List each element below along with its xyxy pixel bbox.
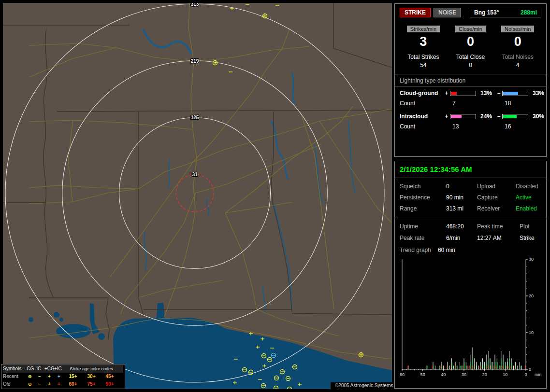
strikes-per-min-chip[interactable]: Strikes/min [407, 26, 440, 32]
receiver-status: Enabled [516, 205, 541, 212]
strike-stats-panel: STRIKE NOISE Bng 153° 288mi Strikes/min … [394, 3, 547, 157]
close-per-min-chip[interactable]: Close/min [455, 26, 486, 32]
total-strikes-value: 54 [400, 62, 447, 69]
legend-symbol: + [44, 373, 54, 380]
legend-age-code: 30+ [82, 373, 101, 380]
peak-rate-label: Peak rate [400, 235, 446, 241]
status-panel: 2/1/2026 12:34:56 AM Squelch 0 Upload Di… [394, 161, 547, 389]
bearing-display: Bng 153° 288mi [470, 8, 541, 17]
legend-row-label: Old [3, 380, 25, 388]
legend-symbol: + [54, 373, 64, 380]
cg-neg-pct: 33% [530, 90, 546, 97]
legend-age-code: 75+ [82, 380, 101, 388]
plot-label: Plot [520, 223, 541, 230]
ic-neg-count: 16 [502, 123, 530, 130]
cloud-ground-count-row: Count 7 18 [400, 100, 541, 107]
trend-chart: 01020306050403020100min [397, 254, 544, 383]
squelch-value: 0 [446, 183, 477, 190]
strike-button[interactable]: STRIKE [400, 8, 431, 17]
ic-neg-pct: 30% [530, 113, 546, 120]
lightning-map[interactable]: 31321912531 [3, 3, 392, 389]
legend-row-label: Recent [3, 373, 25, 380]
legend-age-code: 60+ [64, 380, 82, 388]
trend-graph-label: Trend graph [400, 247, 431, 253]
legend-symbol: + [54, 380, 64, 388]
cg-neg-count: 18 [502, 100, 530, 107]
legend-age-code: 45+ [101, 373, 119, 380]
datetime-display: 2/1/2026 12:34:56 AM [395, 161, 546, 178]
distribution-title: Lightning type distribution [395, 74, 546, 86]
bearing-range: 288mi [521, 9, 537, 16]
close-per-min-value: 0 [447, 34, 494, 49]
total-close-value: 0 [447, 62, 494, 69]
plus-sign: + [443, 90, 450, 97]
noises-per-min-chip[interactable]: Noises/min [501, 26, 534, 32]
intracloud-count-row: Count 13 16 [400, 123, 541, 130]
noise-button[interactable]: NOISE [434, 8, 461, 17]
trend-x-label: 40 [441, 372, 446, 377]
trend-x-label: 10 [503, 372, 507, 377]
plot-value: Strike [520, 235, 541, 241]
legend-row: Recent⊖−++15+30+45+ [3, 373, 123, 380]
capture-status: Active [516, 194, 541, 201]
range-label: Range [400, 205, 446, 212]
ic-pos-count: 13 [450, 123, 478, 130]
noises-per-min-value: 0 [494, 34, 541, 49]
trend-x-unit: min [535, 372, 542, 377]
map-legend: Symbols -CG -IC +CG +IC Strike age color… [1, 364, 125, 389]
upload-label: Upload [477, 183, 516, 190]
squelch-label: Squelch [400, 183, 446, 190]
minus-sign: − [495, 90, 502, 97]
intracloud-row: Intracloud + 24% − 30% [400, 113, 541, 120]
legend-col-ic-neg: -IC [35, 365, 44, 373]
count-label: Count [400, 100, 443, 107]
legend-age-code: 15+ [64, 373, 82, 380]
legend-symbol: ⊖ [25, 373, 35, 380]
peak-time-value: 12:27 AM [477, 235, 520, 241]
range-ring-label: 31 [192, 172, 198, 177]
trend-y-label: 0 [529, 367, 531, 372]
legend-age-title: Strike age color codes [64, 365, 119, 373]
trend-x-label: 60 [399, 372, 404, 377]
legend-header: Symbols -CG -IC +CG +IC Strike age color… [3, 365, 123, 373]
cg-pos-pct: 13% [478, 90, 495, 97]
strike-symbol [359, 353, 363, 357]
legend-col-cg-pos: +CG [44, 365, 54, 373]
trend-x-label: 20 [482, 372, 487, 377]
persistence-label: Persistence [400, 194, 446, 201]
uptime-label: Uptime [400, 223, 446, 230]
peak-rate-value: 6/min [446, 235, 477, 241]
cg-neg-bar [502, 91, 528, 96]
stats-grid: Uptime 468:20 Peak time Plot Peak rate 6… [395, 218, 546, 242]
cg-pos-bar [450, 91, 476, 96]
range-ring-label: 219 [191, 58, 199, 64]
legend-symbol: + [44, 380, 54, 388]
legend-symbol: ⊖ [25, 380, 35, 388]
cloud-ground-label: Cloud-ground [400, 90, 443, 97]
total-strikes-label: Total Strikes [400, 54, 447, 60]
ic-pos-pct: 24% [478, 113, 495, 120]
legend-body: Recent⊖−++15+30+45+Old⊖−++60+75+90+ [3, 373, 123, 388]
trend-graph-row: Trend graph 60 min [395, 242, 546, 253]
map-canvas[interactable]: 31321912531 [3, 3, 392, 389]
trend-graph-value: 60 min [438, 247, 455, 253]
trend-y-label: 10 [529, 330, 534, 335]
total-noises-value: 4 [494, 62, 541, 69]
cloud-ground-row: Cloud-ground + 13% − 33% [400, 90, 541, 97]
ic-neg-bar [502, 114, 528, 119]
strike-symbol [213, 61, 217, 65]
legend-age-code: 90+ [101, 380, 119, 388]
plus-sign: + [443, 113, 450, 120]
settings-grid: Squelch 0 Upload Disabled Persistence 90… [395, 178, 546, 218]
total-close-label: Total Close [447, 54, 494, 60]
legend-symbol: − [35, 373, 44, 380]
total-noises-label: Total Noises [494, 54, 541, 60]
trend-x-label: 0 [524, 372, 527, 377]
minus-sign: − [495, 113, 502, 120]
bearing-label: Bng 153° [474, 9, 499, 16]
peak-time-label: Peak time [477, 223, 520, 230]
uptime-value: 468:20 [446, 223, 477, 230]
strike-symbol [263, 14, 267, 18]
upload-status: Disabled [516, 183, 541, 190]
count-label: Count [400, 123, 443, 130]
